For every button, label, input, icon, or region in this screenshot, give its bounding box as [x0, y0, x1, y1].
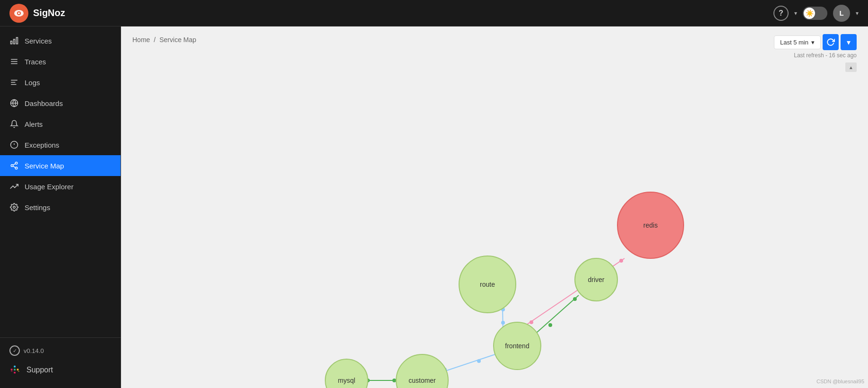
slack-icon	[9, 364, 21, 376]
breadcrumb: Home / Service Map	[132, 36, 196, 44]
svg-rect-25	[14, 369, 16, 370]
sidebar-label-settings: Settings	[25, 203, 50, 212]
sidebar-label-services: Services	[25, 37, 52, 45]
help-chevron-icon[interactable]: ▾	[794, 10, 797, 17]
node-customer[interactable]: customer	[396, 354, 448, 388]
edge-dot-dot2	[573, 297, 577, 301]
edge-dot-dot2	[619, 259, 623, 263]
edge-dot-dot1	[392, 379, 396, 382]
node-route[interactable]: route	[459, 256, 516, 313]
app-body: Services Traces Logs Dashboards Alerts E…	[0, 26, 868, 388]
node-label-driver: driver	[588, 276, 604, 283]
node-driver[interactable]: driver	[575, 258, 617, 301]
sidebar-item-traces[interactable]: Traces	[0, 51, 121, 72]
node-label-route: route	[480, 281, 495, 288]
sidebar-label-alerts: Alerts	[25, 120, 43, 128]
sidebar-item-exceptions[interactable]: Exceptions	[0, 134, 121, 155]
time-selector[interactable]: Last 5 min ▾	[774, 35, 821, 49]
breadcrumb-home[interactable]: Home	[132, 36, 150, 44]
theme-toggle[interactable]: ☀️	[803, 7, 827, 20]
user-avatar[interactable]: L	[833, 5, 850, 22]
support-label: Support	[26, 366, 53, 374]
svg-rect-26	[17, 369, 19, 370]
app-name: SigNoz	[33, 8, 65, 18]
sidebar-item-usage-explorer[interactable]: Usage Explorer	[0, 176, 121, 197]
main-header: Home / Service Map Last 5 min ▾	[121, 26, 868, 62]
version-row: ✓ v0.14.0	[0, 342, 121, 360]
theme-knob: ☀️	[804, 8, 815, 19]
node-frontend[interactable]: frontend	[494, 322, 541, 370]
bell-icon	[9, 119, 19, 129]
globe-icon	[9, 98, 19, 108]
header-controls: Last 5 min ▾ ▾ Last refresh - 16 sec ago	[774, 34, 857, 59]
watermark: CSDN @bluesnail95	[816, 379, 864, 384]
collapse-button[interactable]: ▲	[845, 62, 857, 72]
svg-line-21	[13, 164, 15, 165]
svg-rect-27	[14, 372, 16, 374]
node-redis[interactable]: redis	[617, 192, 684, 258]
svg-rect-24	[14, 366, 16, 368]
refresh-dropdown-button[interactable]: ▾	[841, 34, 857, 50]
sidebar-label-traces: Traces	[25, 58, 46, 66]
svg-point-17	[15, 162, 17, 165]
support-item[interactable]: Support	[0, 360, 121, 380]
svg-point-22	[13, 206, 16, 209]
list-icon	[9, 57, 19, 66]
user-chevron-icon[interactable]: ▾	[856, 10, 859, 17]
trending-up-icon	[9, 182, 19, 191]
edge-frontend-customer	[443, 353, 499, 372]
node-label-customer: customer	[408, 377, 436, 384]
sidebar-item-logs[interactable]: Logs	[0, 72, 121, 93]
logo-area: SigNoz	[9, 4, 65, 23]
breadcrumb-current: Service Map	[159, 36, 196, 44]
svg-rect-28	[11, 371, 13, 372]
svg-rect-29	[18, 371, 20, 372]
refresh-button[interactable]	[823, 34, 839, 50]
service-map-svg: redisdriverroutefrontendcustomermysql	[121, 74, 868, 388]
node-mysql[interactable]: mysql	[325, 359, 368, 388]
sidebar: Services Traces Logs Dashboards Alerts E…	[0, 26, 121, 388]
sidebar-item-settings[interactable]: Settings	[0, 197, 121, 218]
svg-rect-5	[11, 41, 12, 44]
time-chevron-icon: ▾	[811, 39, 815, 46]
sidebar-label-exceptions: Exceptions	[25, 141, 59, 149]
sidebar-item-services[interactable]: Services	[0, 30, 121, 51]
sidebar-label-usage-explorer: Usage Explorer	[25, 183, 73, 191]
sidebar-bottom: ✓ v0.14.0 Support	[0, 337, 121, 384]
edge-dot-dot1	[501, 321, 505, 325]
alert-circle-icon	[9, 140, 19, 150]
share-2-icon	[9, 161, 19, 170]
svg-rect-4	[14, 39, 15, 44]
svg-point-2	[18, 12, 20, 14]
svg-line-20	[13, 166, 15, 168]
sidebar-label-service-map: Service Map	[25, 162, 64, 170]
help-button[interactable]: ?	[773, 6, 789, 21]
node-label-frontend: frontend	[505, 342, 529, 350]
svg-rect-23	[11, 369, 13, 370]
settings-icon	[9, 203, 19, 212]
sidebar-label-logs: Logs	[25, 79, 40, 87]
service-map-area: redisdriverroutefrontendcustomermysql CS…	[121, 74, 868, 388]
sidebar-item-service-map[interactable]: Service Map	[0, 155, 121, 176]
node-label-mysql: mysql	[338, 377, 356, 384]
edge-dot-dot1	[529, 320, 533, 324]
sidebar-label-dashboards: Dashboards	[25, 99, 63, 107]
edge-dot-dot1	[477, 359, 481, 363]
breadcrumb-separator: /	[154, 36, 156, 44]
bar-chart-icon	[9, 36, 19, 45]
svg-rect-3	[17, 37, 18, 44]
logo-icon	[9, 4, 28, 23]
svg-point-19	[15, 167, 17, 169]
time-controls: Last 5 min ▾ ▾	[774, 34, 857, 50]
topbar: SigNoz ? ▾ ☀️ L ▾	[0, 0, 868, 26]
sidebar-item-alerts[interactable]: Alerts	[0, 114, 121, 134]
version-label: v0.14.0	[24, 347, 44, 354]
edge-dot-dot1	[548, 323, 552, 327]
align-left-icon	[9, 78, 19, 87]
version-check-icon: ✓	[9, 345, 20, 356]
main-content: Home / Service Map Last 5 min ▾	[121, 26, 868, 388]
last-refresh-text: Last refresh - 16 sec ago	[794, 52, 857, 59]
node-label-redis: redis	[643, 221, 658, 229]
topbar-right: ? ▾ ☀️ L ▾	[773, 5, 859, 22]
sidebar-item-dashboards[interactable]: Dashboards	[0, 93, 121, 114]
